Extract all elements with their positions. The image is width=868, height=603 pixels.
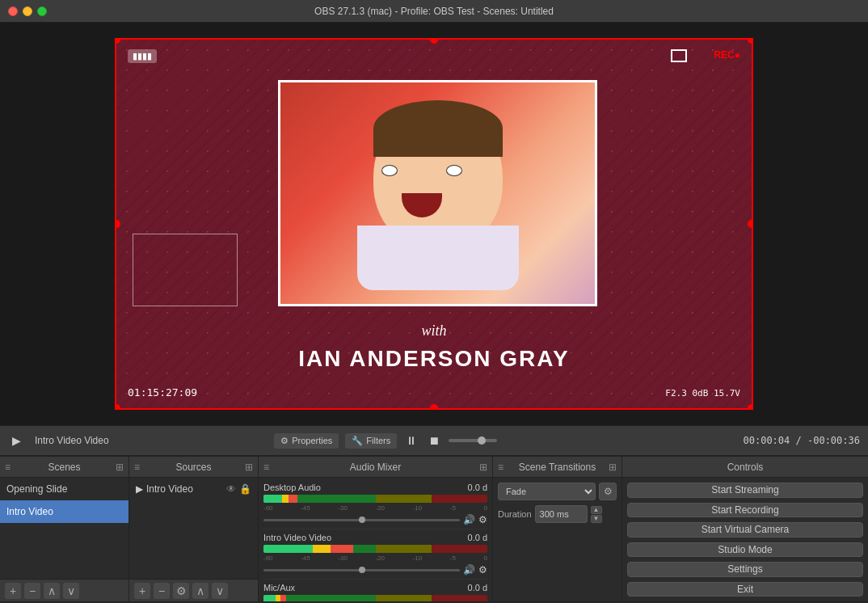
scene-item-opening-slide[interactable]: Opening Slide <box>0 478 129 500</box>
duration-input[interactable] <box>535 505 588 523</box>
meter-bg-3 <box>263 595 487 601</box>
face-hair <box>373 100 503 157</box>
source-settings-button[interactable]: ⚙ <box>173 583 189 599</box>
eye-left <box>381 165 398 176</box>
pause-button[interactable]: ⏸ <box>403 432 419 449</box>
intro-settings-icon[interactable]: ⚙ <box>478 564 487 576</box>
meter-tick-0: 0 <box>484 504 487 512</box>
sources-panel-icon-left[interactable]: ≡ <box>134 462 140 473</box>
properties-label: Properties <box>292 436 332 445</box>
face-eyes <box>381 165 462 176</box>
duration-down-arrow[interactable]: ▼ <box>591 515 602 523</box>
minimize-button[interactable] <box>23 6 32 16</box>
meter-bg <box>263 495 487 503</box>
scenes-panel-icon-right[interactable]: ⊞ <box>116 462 124 473</box>
sources-panel-title: Sources <box>175 462 211 473</box>
start-streaming-button[interactable]: Start Streaming <box>627 483 863 498</box>
sources-panel-icon-right[interactable]: ⊞ <box>245 462 253 473</box>
desktop-audio-vol-slider[interactable] <box>263 519 460 521</box>
overlay-timecode: 01:15:27:09 <box>128 386 197 398</box>
mic-aux-level: 0.0 d <box>468 583 487 592</box>
desktop-audio-level: 0.0 d <box>468 483 487 492</box>
eye-icon[interactable]: 👁 <box>226 483 236 495</box>
intro-mute-icon[interactable]: 🔊 <box>463 564 475 576</box>
settings-button[interactable]: Settings <box>627 562 863 577</box>
meter-tick-45: -45 <box>301 504 310 512</box>
add-scene-button[interactable]: + <box>5 583 21 599</box>
transitions-icon-right[interactable]: ⊞ <box>609 462 617 473</box>
overlay-name-text: IAN ANDERSON GRAY <box>116 346 752 372</box>
transport-bar: ▶ Intro Video Video ⚙ Properties 🔧 Filte… <box>0 425 868 456</box>
audio-channel-mic-aux: Mic/Aux 0.0 d <box>263 583 487 601</box>
face-illustration <box>357 96 519 290</box>
exit-button[interactable]: Exit <box>627 582 863 597</box>
audio-mixer-panel: ≡ Audio Mixer ⊞ Desktop Audio 0.0 d -60 … <box>259 457 493 601</box>
transition-type-select[interactable]: Fade <box>498 483 596 500</box>
mute-icon[interactable]: 🔊 <box>463 514 475 525</box>
source-item-label: Intro Video <box>146 483 193 495</box>
scenes-panel-title: Scenes <box>48 462 80 473</box>
meter-tick2-20: -20 <box>375 555 385 562</box>
current-scene-name: Intro Video Video <box>31 435 268 446</box>
move-scene-up-button[interactable]: ∧ <box>44 583 60 599</box>
scene-item-intro-video[interactable]: Intro Video <box>0 500 129 523</box>
scenes-panel-icon-left[interactable]: ≡ <box>5 462 11 473</box>
transition-type-row: Fade ⚙ <box>498 483 617 500</box>
properties-button[interactable]: ⚙ Properties <box>274 433 339 449</box>
desktop-audio-label: Desktop Audio <box>263 483 321 492</box>
meter-tick2-60: -60 <box>263 555 273 562</box>
gear-icon: ⚙ <box>280 436 289 446</box>
remove-scene-button[interactable]: − <box>24 583 40 599</box>
intro-video-vol-knob <box>359 567 365 573</box>
audio-mixer-icon-right[interactable]: ⊞ <box>479 462 487 473</box>
audio-mixer-content: Desktop Audio 0.0 d -60 -45 -30 -20 -10 … <box>259 478 492 601</box>
source-item-intro-video[interactable]: ▶ Intro Video 👁 🔒 <box>129 478 258 500</box>
intro-video-vol-slider[interactable] <box>263 569 460 571</box>
move-scene-down-button[interactable]: ∨ <box>63 583 79 599</box>
audio-channel-desktop-header: Desktop Audio 0.0 d <box>263 483 487 492</box>
move-source-up-button[interactable]: ∧ <box>192 583 209 599</box>
play-icon: ▶ <box>136 483 143 495</box>
play-button[interactable]: ▶ <box>8 432 24 449</box>
audio-mixer-title: Audio Mixer <box>350 462 401 473</box>
duration-up-arrow[interactable]: ▲ <box>591 506 602 514</box>
meter-tick2-45: -45 <box>301 555 310 562</box>
controls-panel: Controls Start Streaming Start Recording… <box>622 457 868 601</box>
sources-list: ▶ Intro Video 👁 🔒 <box>129 478 258 579</box>
filters-label: Filters <box>366 436 390 445</box>
meter-level-2 <box>263 545 353 553</box>
add-source-button[interactable]: + <box>134 583 150 599</box>
start-virtual-camera-button[interactable]: Start Virtual Camera <box>627 522 863 538</box>
lock-icon[interactable]: 🔒 <box>239 483 251 495</box>
transition-gear-button[interactable]: ⚙ <box>599 483 617 500</box>
filters-button[interactable]: 🔧 Filters <box>345 433 397 449</box>
stop-button[interactable]: ⏹ <box>426 432 442 449</box>
volume-thumb <box>478 436 486 445</box>
meter-tick-60: -60 <box>263 504 273 512</box>
audio-channel-desktop: Desktop Audio 0.0 d -60 -45 -30 -20 -10 … <box>263 483 487 529</box>
eye-right <box>446 165 462 176</box>
maximize-button[interactable] <box>37 6 47 16</box>
audio-channel-intro-header: Intro Video Video 0.0 d <box>263 533 487 542</box>
scenes-panel-header: ≡ Scenes ⊞ <box>0 457 129 478</box>
desktop-audio-meter <box>263 495 487 503</box>
audio-mixer-panel-header: ≡ Audio Mixer ⊞ <box>259 457 492 478</box>
meter-tick2-10: -10 <box>413 555 423 562</box>
transitions-icon-left[interactable]: ≡ <box>498 462 504 473</box>
preview-area: ▮▮▮▮ REC● <box>0 23 868 425</box>
controls-content: Start Streaming Start Recording Start Vi… <box>622 478 868 601</box>
small-rect-overlay <box>133 234 238 306</box>
studio-mode-button[interactable]: Studio Mode <box>627 542 863 558</box>
remove-source-button[interactable]: − <box>154 583 170 599</box>
scene-transitions-content: Fade ⚙ Duration ▲ ▼ <box>493 478 622 601</box>
volume-slider[interactable] <box>449 439 497 442</box>
move-source-down-button[interactable]: ∨ <box>212 583 228 599</box>
rec-indicator: REC● <box>714 49 740 61</box>
controls-panel-header: Controls <box>622 457 868 478</box>
sources-panel-header: ≡ Sources ⊞ <box>129 457 258 478</box>
start-recording-button[interactable]: Start Recording <box>627 503 863 518</box>
frame-indicator <box>671 49 687 62</box>
close-button[interactable] <box>8 6 18 16</box>
audio-mixer-icon-left[interactable]: ≡ <box>263 462 269 473</box>
settings-icon[interactable]: ⚙ <box>478 514 487 525</box>
